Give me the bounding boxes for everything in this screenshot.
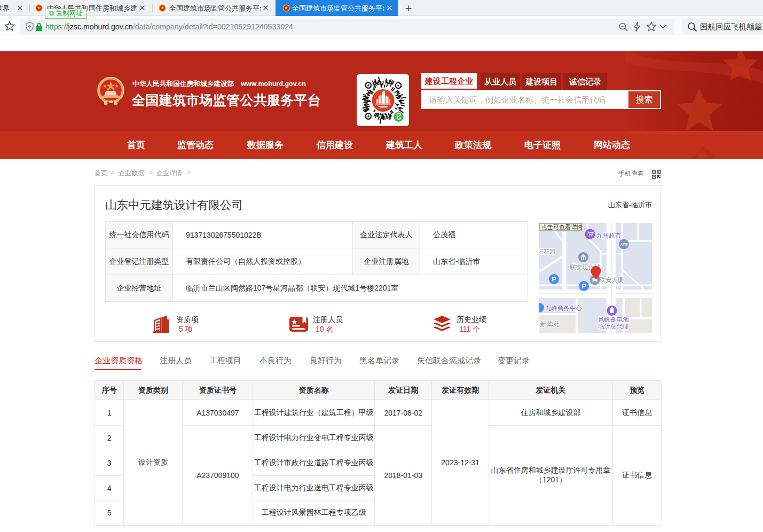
svg-text:点击可查看详情: 点击可查看详情 (541, 224, 583, 230)
svg-text:P: P (552, 276, 556, 283)
svg-text:联安大厦: 联安大厦 (599, 277, 624, 283)
svg-text:九峰商务中心: 九峰商务中心 (545, 305, 583, 311)
svg-text:记花园: 记花园 (539, 248, 556, 255)
svg-text:新华苑: 新华苑 (540, 320, 560, 328)
svg-text:临沂总代理: 临沂总代理 (598, 323, 629, 330)
svg-text:ATM: ATM (620, 242, 628, 246)
svg-text:九州超市: 九州超市 (596, 232, 622, 239)
svg-text:风帆蓄电池: 风帆蓄电池 (598, 316, 629, 323)
svg-text:P: P (581, 283, 586, 290)
